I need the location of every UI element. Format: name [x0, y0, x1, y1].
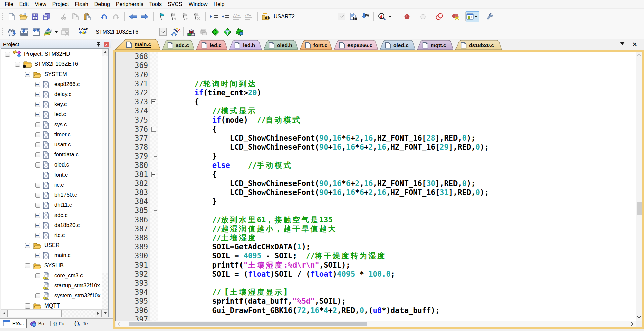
- tree-expand-box[interactable]: [15, 62, 20, 67]
- tree-expand-box[interactable]: [35, 213, 40, 218]
- select-software-packs-button[interactable]: [221, 27, 233, 37]
- tree-expand-box[interactable]: [35, 273, 40, 278]
- find-in-files-combo[interactable]: USART2: [274, 14, 338, 20]
- tree-item-syslib[interactable]: SYSLIB: [1, 261, 102, 271]
- build-button[interactable]: [18, 27, 30, 37]
- tree-item-startup-stm32f10x[interactable]: startup_stm32f10x: [1, 281, 102, 291]
- manage-multiproject-button[interactable]: [197, 27, 209, 37]
- bookmark-toggle-button[interactable]: [156, 12, 168, 22]
- debug-windows-button[interactable]: [467, 12, 479, 22]
- find-in-files-button[interactable]: [260, 12, 272, 22]
- tree-item-project-stm32hd[interactable]: Project: STM32HD: [1, 49, 102, 59]
- project-tree-scroll-right-button[interactable]: [95, 310, 102, 317]
- tree-item-bh1750-c[interactable]: bh1750.c: [1, 190, 102, 200]
- tree-expand-box[interactable]: [5, 52, 10, 57]
- tree-expand-box[interactable]: [35, 162, 40, 168]
- menu-project[interactable]: Project: [49, 0, 72, 8]
- redo-button[interactable]: [110, 12, 122, 22]
- manage-rte-button[interactable]: [209, 27, 221, 37]
- find-combo-dropdown-button[interactable]: [338, 13, 345, 20]
- batch-build-button[interactable]: [42, 27, 54, 37]
- new-file-button[interactable]: [6, 12, 18, 22]
- tree-item-iic-c[interactable]: iic.c: [1, 180, 102, 190]
- tree-expand-box[interactable]: [35, 152, 40, 157]
- tree-expand-box[interactable]: [35, 102, 40, 107]
- paste-button[interactable]: [81, 12, 93, 22]
- editor-vertical-scrollbar[interactable]: [636, 52, 642, 321]
- project-tree-vertical-scrollbar-thumb[interactable]: [102, 56, 108, 273]
- tree-expand-box[interactable]: [25, 72, 30, 77]
- tree-expand-box[interactable]: [35, 132, 40, 137]
- incremental-find-button[interactable]: [359, 12, 371, 22]
- bookmark-next-button[interactable]: [179, 12, 191, 22]
- tree-expand-box[interactable]: [35, 82, 40, 87]
- menu-window[interactable]: Window: [185, 0, 211, 8]
- tree-expand-box[interactable]: [35, 253, 40, 258]
- tree-item-oled-c[interactable]: oled.c: [1, 160, 102, 170]
- tree-expand-box[interactable]: [35, 183, 40, 188]
- lookup-symbol-button[interactable]: d: [376, 12, 388, 22]
- tree-expand-box[interactable]: [25, 243, 30, 248]
- editor-tab-led-h[interactable]: led.h: [229, 40, 262, 50]
- project-panel-close-button[interactable]: x: [104, 42, 109, 47]
- editor-tab-esp8266-c[interactable]: esp8266.c: [334, 40, 378, 50]
- tree-expand-box[interactable]: [35, 193, 40, 198]
- tree-expand-box[interactable]: [35, 92, 40, 97]
- tree-expand-box[interactable]: [35, 233, 40, 238]
- navigate-back-button[interactable]: [127, 12, 139, 22]
- cut-button[interactable]: [58, 12, 70, 22]
- code-editor[interactable]: 3683693703713723733743753763773783793803…: [116, 52, 636, 321]
- tree-item-delay-c[interactable]: delay.c: [1, 90, 102, 100]
- project-tree-scroll-up-button[interactable]: [102, 49, 108, 55]
- undo-button[interactable]: [99, 12, 110, 22]
- fold-collapse-box[interactable]: [151, 99, 156, 104]
- menu-peripherals[interactable]: Peripherals: [113, 0, 146, 8]
- configure-button[interactable]: [484, 12, 496, 22]
- uncomment-selection-button[interactable]: /x=: [243, 12, 255, 22]
- tree-item-main-c[interactable]: main.c: [1, 251, 102, 261]
- tree-item-sys-c[interactable]: sys.c: [1, 120, 102, 130]
- tree-item-usart-c[interactable]: usart.c: [1, 140, 102, 150]
- editor-tab-mqtt-c[interactable]: mqtt.c: [417, 40, 453, 50]
- tree-expand-box[interactable]: [35, 112, 40, 117]
- tree-item-fontdata-c[interactable]: fontdata.c: [1, 150, 102, 160]
- editor-tab-ds18b20-c[interactable]: ds18b20.c: [455, 40, 502, 50]
- fold-collapse-box[interactable]: [151, 127, 156, 132]
- navigate-forward-button[interactable]: [139, 12, 151, 22]
- lookup-symbol-dropdown-caret[interactable]: [388, 16, 392, 19]
- menu-flash[interactable]: Flash: [72, 0, 91, 8]
- tree-item-adc-c[interactable]: adc.c: [1, 210, 102, 221]
- translate-file-button[interactable]: [6, 27, 18, 37]
- fold-collapse-box[interactable]: [151, 172, 156, 177]
- workspace-tab-2[interactable]: {}Fu...: [51, 319, 71, 328]
- download-to-flash-button[interactable]: LOAD: [77, 27, 89, 37]
- tree-item-led-c[interactable]: led.c: [1, 110, 102, 120]
- tree-expand-box[interactable]: [35, 122, 40, 127]
- pin-icon[interactable]: [96, 42, 101, 47]
- tree-item-esp8266-c[interactable]: esp8266.c: [1, 80, 102, 90]
- editor-tab-main-c[interactable]: main.c: [115, 39, 160, 50]
- rebuild-all-button[interactable]: [30, 27, 42, 37]
- batch-build-dropdown-caret[interactable]: [55, 31, 58, 35]
- tree-item-stm32f103zet6[interactable]: STM32F103ZET6: [1, 59, 102, 69]
- project-tree-scroll-left-button[interactable]: [1, 310, 8, 317]
- tree-item-dht11-c[interactable]: dht11.c: [1, 200, 102, 210]
- tree-item-key-c[interactable]: key.c: [1, 100, 102, 110]
- indent-button[interactable]: [208, 12, 220, 22]
- comment-selection-button[interactable]: //=: [231, 12, 243, 22]
- pack-installer-button[interactable]: [233, 27, 246, 37]
- target-combo-dropdown-button[interactable]: [159, 28, 167, 36]
- menu-svcs[interactable]: SVCS: [165, 0, 185, 8]
- enable-disable-breakpoint-button[interactable]: [417, 12, 429, 22]
- project-tree-scroll-down-button[interactable]: [102, 310, 108, 317]
- kill-all-breakpoints-button[interactable]: [450, 12, 462, 22]
- find-in-documents-button[interactable]: [347, 12, 359, 22]
- tree-item-timer-c[interactable]: timer.c: [1, 130, 102, 140]
- bookmark-previous-button[interactable]: [168, 12, 179, 22]
- editor-tab-oled-h[interactable]: oled.h: [264, 40, 298, 50]
- disable-all-breakpoints-button[interactable]: [434, 12, 445, 22]
- tree-item-core-cm3-c[interactable]: core_cm3.c: [1, 271, 102, 281]
- tree-item-mqtt[interactable]: MQTT: [1, 301, 102, 309]
- stop-build-button[interactable]: [59, 27, 71, 37]
- manage-project-items-button[interactable]: [185, 27, 197, 37]
